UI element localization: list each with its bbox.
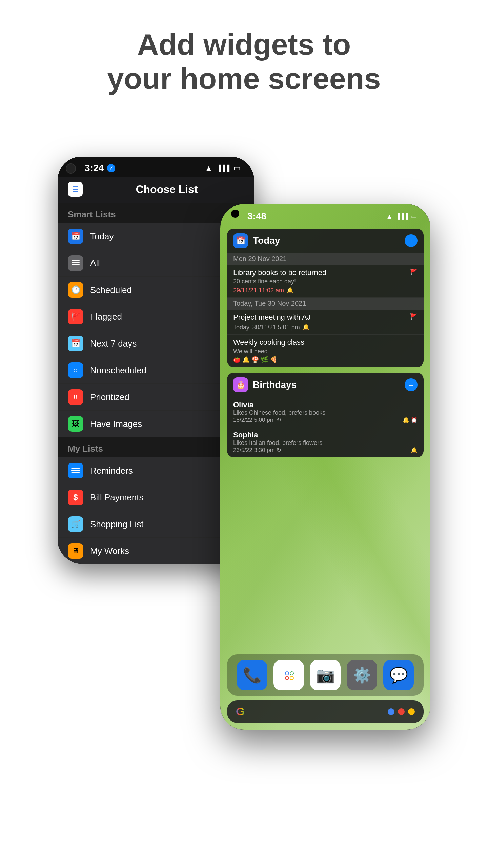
dock-reminders[interactable] <box>273 660 304 690</box>
shopping-icon: 🛒 <box>68 516 83 532</box>
status-bar-front: 3:48 ▲ ▐▐▐ ▭ <box>220 204 430 225</box>
bell-icon: 🔔 <box>287 287 293 293</box>
task-title: Library books to be returned 🚩 <box>233 268 418 277</box>
sophia-name: Sophia <box>233 431 418 439</box>
reminders-label: Reminders <box>90 466 133 476</box>
bill-payments-label: Bill Payments <box>90 492 144 503</box>
task-library-books[interactable]: Library books to be returned 🚩 20 cents … <box>227 265 424 298</box>
svg-rect-4 <box>71 470 80 471</box>
battery-icon: ▭ <box>233 164 241 173</box>
today-label: Today <box>90 231 114 242</box>
olivia-date: 18/2/22 5:00 pm ↻ <box>233 416 281 423</box>
flag-icon-2: 🚩 <box>410 313 418 320</box>
google-logo: G <box>236 705 245 718</box>
reminders-icon <box>68 463 83 478</box>
verified-badge: ✓ <box>107 164 115 172</box>
status-bar-back: 3:24 ✓ ▲ ▐▐▐ ▭ <box>58 157 254 177</box>
time-display: 3:24 <box>85 163 104 174</box>
olivia-detail: Likes Chinese food, prefers books <box>233 409 418 416</box>
signal-icon: ▐▐▐ <box>217 165 229 172</box>
birthday-olivia[interactable]: Olivia Likes Chinese food, prefers books… <box>227 397 424 427</box>
wifi-icon: ▲ <box>205 164 212 173</box>
google-search-bar[interactable]: G <box>227 700 424 723</box>
front-battery-icon: ▭ <box>411 213 417 220</box>
my-works-icon: 🖥 <box>68 543 83 559</box>
birthdays-widget-header: 🎂 Birthdays + <box>227 373 424 397</box>
front-status-icons: ▲ ▐▐▐ ▭ <box>386 213 417 220</box>
svg-point-13 <box>290 677 293 679</box>
sophia-icons: 🔔 <box>411 447 418 453</box>
task-project-meeting[interactable]: Project meeting with AJ 🚩 Today, 30/11/2… <box>227 310 424 335</box>
flag-icon: 🚩 <box>410 268 418 276</box>
dock: 📞 📷 ⚙️ 💬 <box>227 654 424 696</box>
olivia-date-row: 18/2/22 5:00 pm ↻ 🔔 ⏰ <box>233 416 418 423</box>
task-cooking-class[interactable]: Weekly cooking class We will need ... 🍅 … <box>227 335 424 367</box>
birthdays-widget[interactable]: 🎂 Birthdays + Olivia Likes Chinese food,… <box>227 373 424 457</box>
status-time: 3:24 ✓ <box>85 163 115 174</box>
task-meta-2: Today, 30/11/21 5:01 pm 🔔 <box>233 323 418 331</box>
scheduled-icon: 🕐 <box>68 282 83 298</box>
bill-payments-icon: $ <box>68 490 83 505</box>
svg-point-11 <box>286 677 288 679</box>
prioritized-label: Prioritized <box>90 392 129 402</box>
next7days-label: Next 7 days <box>90 338 137 349</box>
svg-point-7 <box>286 672 288 675</box>
nonscheduled-label: Nonscheduled <box>90 365 146 376</box>
birthday-sophia[interactable]: Sophia Likes Italian food, prefers flowe… <box>227 427 424 457</box>
shopping-label: Shopping List <box>90 519 144 530</box>
all-label: All <box>90 258 100 269</box>
front-wifi-icon: ▲ <box>386 213 393 220</box>
flagged-label: Flagged <box>90 312 122 322</box>
have-images-label: Have Images <box>90 419 142 429</box>
sophia-detail: Likes Italian food, prefers flowers <box>233 439 418 447</box>
olivia-name: Olivia <box>233 400 418 409</box>
dock-messages[interactable]: 💬 <box>383 660 414 690</box>
today-widget-title: Today <box>253 235 400 246</box>
svg-point-9 <box>290 672 293 675</box>
svg-rect-3 <box>71 468 80 469</box>
front-time: 3:48 <box>247 211 266 222</box>
birthdays-widget-add-btn[interactable]: + <box>405 378 418 391</box>
task-title-2: Project meeting with AJ 🚩 <box>233 313 418 322</box>
task-date-2: Today, 30/11/21 5:01 pm <box>233 324 300 331</box>
nonscheduled-icon: ○ <box>68 362 83 378</box>
dock-phone[interactable]: 📞 <box>237 660 267 690</box>
task-title-3: Weekly cooking class <box>233 338 418 347</box>
birthdays-widget-icon: 🎂 <box>233 377 248 392</box>
task-subtitle-3: We will need ... <box>233 348 418 355</box>
today-widget[interactable]: 📅 Today + Mon 29 Nov 2021 Library books … <box>227 229 424 367</box>
flagged-icon: 🚩 <box>68 309 83 324</box>
svg-rect-5 <box>71 472 80 473</box>
dock-settings[interactable]: ⚙️ <box>347 660 377 690</box>
sophia-date-row: 23/5/22 3:30 pm ↻ 🔔 <box>233 447 418 454</box>
front-signal-icon: ▐▐▐ <box>396 213 408 219</box>
today-date-header-1: Mon 29 Nov 2021 <box>227 253 424 265</box>
sophia-date: 23/5/22 3:30 pm ↻ <box>233 447 281 454</box>
birthdays-widget-title: Birthdays <box>253 379 400 390</box>
svg-rect-0 <box>72 260 80 261</box>
today-icon: 📅 <box>68 229 83 244</box>
header-title: Choose List <box>89 183 244 196</box>
dock-camera[interactable]: 📷 <box>310 660 341 690</box>
task-emojis: 🍅 🔔 🍄 🌿 🍕 <box>233 356 418 363</box>
task-time: 29/11/21 11:02 am <box>233 287 284 294</box>
status-icons: ▲ ▐▐▐ ▭ <box>205 164 241 173</box>
google-dot-yellow <box>408 708 415 715</box>
widgets-area: 📅 Today + Mon 29 Nov 2021 Library books … <box>220 225 430 461</box>
scheduled-label: Scheduled <box>90 285 132 295</box>
app-header: ☰ Choose List <box>58 177 254 203</box>
google-dot-blue <box>388 708 394 715</box>
phone-front-screen: 3:48 ▲ ▐▐▐ ▭ 📅 Today + Mon 29 <box>220 204 430 730</box>
phones-container: 3:24 ✓ ▲ ▐▐▐ ▭ ☰ Choose List Sm <box>58 136 430 747</box>
page-headline: Add widgets to your home screens <box>107 27 381 96</box>
olivia-icons: 🔔 ⏰ <box>403 417 418 423</box>
phone-front: 3:48 ▲ ▐▐▐ ▭ 📅 Today + Mon 29 <box>220 204 430 730</box>
all-icon <box>68 255 83 271</box>
today-widget-icon: 📅 <box>233 233 248 248</box>
today-widget-add-btn[interactable]: + <box>405 234 418 247</box>
app-logo: ☰ <box>68 182 83 197</box>
google-dot-red <box>398 708 405 715</box>
bell-icon-2: 🔔 <box>303 324 309 330</box>
task-subtitle: 20 cents fine each day! <box>233 278 418 285</box>
svg-rect-2 <box>72 264 80 265</box>
